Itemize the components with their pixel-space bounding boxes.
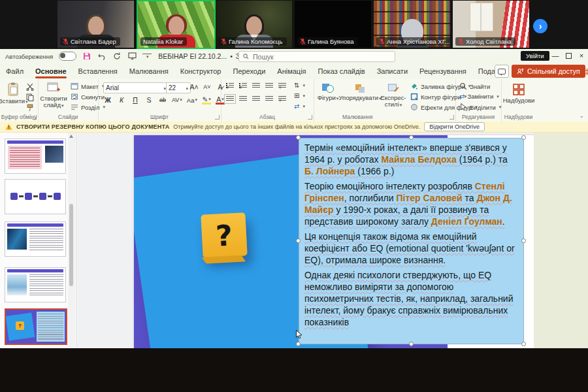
section-icon — [71, 103, 78, 111]
redo-button[interactable] — [112, 52, 122, 61]
change-case-button[interactable]: Aa — [187, 95, 197, 105]
bullets-button[interactable] — [226, 83, 234, 89]
scrollbar-thumb[interactable] — [69, 204, 73, 286]
open-onedrive-button[interactable]: Відкрити OneDrive — [424, 122, 485, 131]
paste-button[interactable]: Вставити — [1, 82, 25, 105]
tab-record[interactable]: Записати — [371, 63, 414, 79]
font-dialog-launcher[interactable] — [215, 115, 220, 120]
arrange-button[interactable]: Упорядкувати — [341, 83, 379, 101]
scissors-icon — [26, 83, 34, 91]
text-direction-button[interactable]: ⇅ — [294, 82, 305, 89]
tab-animation[interactable]: Анімація — [271, 63, 312, 79]
slide-thumbnail-1[interactable] — [5, 139, 66, 174]
addins-button[interactable]: Надбудови — [504, 83, 534, 104]
strikethrough-button[interactable]: ab — [158, 95, 167, 105]
numbering-button[interactable] — [239, 83, 247, 89]
handle-bottom-center[interactable] — [409, 342, 414, 346]
thumbnail-scrollbar[interactable] — [68, 133, 75, 348]
handle-mid-right[interactable] — [521, 238, 526, 243]
align-center-button[interactable] — [239, 96, 247, 102]
participant-video-3[interactable]: Галина Коломоєць — [216, 1, 292, 48]
tab-slideshow[interactable]: Показ слайдів — [312, 63, 371, 79]
participant-video-1[interactable]: Світлана Бадер — [57, 1, 134, 48]
tab-design[interactable]: Конструктор — [174, 63, 227, 79]
decrease-indent-button[interactable] — [252, 83, 260, 89]
start-slideshow-icon[interactable] — [127, 52, 137, 61]
tab-file[interactable]: Файл — [0, 63, 29, 79]
format-painter-icon — [26, 104, 34, 112]
slide-thumbnail-4[interactable] — [5, 267, 66, 302]
columns-button[interactable] — [278, 96, 286, 102]
font-size-select[interactable]: 22 — [166, 82, 191, 93]
tab-review[interactable]: Рецензування — [414, 63, 472, 79]
handle-top-right[interactable] — [521, 135, 526, 140]
slide-thumbnail-5-current[interactable]: ? — [5, 308, 67, 345]
copy-button[interactable] — [26, 93, 34, 101]
justify-button[interactable] — [265, 96, 273, 102]
highlight-button[interactable]: ✎ — [202, 95, 211, 105]
slide-textbox[interactable]: Термін «емоційний інтелект» вперше з'яви… — [299, 138, 524, 344]
find-button[interactable]: Знайти — [459, 82, 490, 90]
undo-button[interactable] — [97, 52, 106, 61]
text-shadow-button[interactable]: S — [144, 95, 154, 105]
character-spacing-button[interactable]: AV — [172, 95, 182, 105]
font-family-select[interactable]: Arial — [103, 82, 169, 93]
comments-button[interactable] — [495, 65, 509, 78]
handle-top-center[interactable] — [409, 135, 414, 140]
align-right-button[interactable] — [252, 96, 260, 102]
shrink-font-button[interactable]: A˅ — [203, 82, 212, 91]
signin-button[interactable]: Увійти — [521, 51, 549, 61]
new-slide-button[interactable]: Створити слайд — [39, 82, 68, 109]
select-button[interactable]: Виділити — [459, 103, 501, 111]
bold-button[interactable]: Ж — [103, 95, 112, 105]
tab-transitions[interactable]: Переходи — [227, 63, 271, 79]
participant-video-6[interactable]: Холод Світлана — [453, 1, 529, 48]
tab-home[interactable]: Основне — [29, 63, 73, 79]
search-input[interactable] — [252, 52, 372, 61]
line-spacing-button[interactable] — [278, 83, 286, 89]
participant-video-5[interactable]: Анна Хрістіанова ХГ... — [374, 1, 450, 48]
next-participants-button[interactable]: › — [533, 19, 547, 33]
format-painter-button[interactable] — [26, 104, 34, 112]
slide-thumbnail-3[interactable] — [5, 221, 66, 257]
close-button[interactable]: × — [576, 50, 587, 61]
restore-button[interactable] — [563, 50, 574, 61]
grow-font-button[interactable]: A˄ — [189, 82, 199, 91]
handle-mid-left[interactable] — [296, 238, 301, 243]
handle-bottom-left[interactable] — [296, 342, 301, 346]
increase-indent-button[interactable] — [265, 83, 273, 89]
paragraph-dialog-launcher[interactable] — [308, 115, 312, 120]
customize-qat-button[interactable] — [142, 54, 152, 59]
underline-button[interactable]: П — [131, 95, 140, 105]
replace-button[interactable]: ⇄ Замінити — [459, 93, 499, 100]
search-box[interactable] — [238, 51, 395, 62]
group-paragraph: ⇅ ⊞ ⇄ Абзац — [221, 79, 314, 122]
align-left-button[interactable] — [226, 96, 234, 102]
autosave-toggle[interactable] — [59, 52, 76, 61]
slide-canvas[interactable]: ? Термін «емоційний інтелект» вперше з'я… — [134, 135, 534, 348]
participant-strip: Світлана БадерNataliia KlokarГалина Коло… — [0, 0, 588, 49]
italic-button[interactable]: К — [117, 95, 126, 105]
scroll-up-arrow-icon[interactable] — [69, 135, 73, 138]
align-text-button[interactable]: ⊞ — [294, 92, 305, 99]
save-icon[interactable] — [82, 52, 91, 61]
share-button[interactable]: Спільний доступ — [512, 65, 585, 78]
participant-video-4[interactable]: Галина Буянова — [295, 1, 371, 48]
collapse-ribbon-chevron-icon[interactable]: ⌄ — [579, 112, 584, 119]
drawing-dialog-launcher[interactable] — [449, 115, 454, 120]
quick-styles-button[interactable]: Експрес-стилі — [379, 83, 408, 108]
convert-smartart-button[interactable]: ⇄ — [294, 103, 305, 110]
slide-thumbnail-2[interactable] — [5, 179, 66, 214]
tab-draw[interactable]: Малювання — [123, 63, 174, 79]
mouse-cursor — [295, 330, 302, 342]
document-title: ВЕБІНАР ЕІ 22.10.2... — [158, 52, 227, 60]
clipboard-dialog-launcher[interactable] — [32, 115, 37, 120]
handle-bottom-right[interactable] — [521, 342, 526, 346]
handle-top-left[interactable] — [296, 135, 301, 140]
shapes-button[interactable]: Фігури — [316, 83, 340, 101]
minimize-button[interactable]: — — [550, 50, 561, 61]
quick-styles-icon — [387, 83, 399, 93]
cut-button[interactable] — [26, 83, 34, 91]
participant-video-2[interactable]: Nataliia Klokar — [137, 0, 216, 49]
tab-insert[interactable]: Вставлення — [73, 63, 123, 79]
